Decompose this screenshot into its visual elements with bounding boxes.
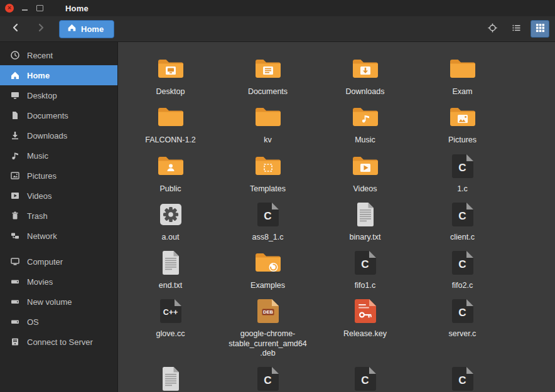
file-item[interactable] xyxy=(122,361,219,392)
sidebar-item-label: Network xyxy=(27,231,57,241)
sidebar-item-label: Trash xyxy=(27,211,48,221)
folder-icon xyxy=(350,151,380,181)
sidebar-item-computer[interactable]: Computer xyxy=(0,252,117,272)
sidebar-item-music[interactable]: Music xyxy=(0,146,117,166)
file-item[interactable]: C xyxy=(414,361,511,392)
file-label: Exam xyxy=(453,87,473,97)
file-item-end-txt[interactable]: end.txt xyxy=(122,245,219,290)
close-button[interactable]: × xyxy=(5,4,14,13)
recent-icon xyxy=(10,50,20,60)
file-label: 1.c xyxy=(457,184,468,194)
file-label: fifo2.c xyxy=(452,281,473,290)
folder-icon xyxy=(350,54,380,84)
file-item-desktop[interactable]: Desktop xyxy=(122,51,219,97)
list-view-button[interactable] xyxy=(507,20,525,38)
file-item-examples[interactable]: Examples xyxy=(219,245,316,290)
file-item-fifo1-c[interactable]: Cfifo1.c xyxy=(316,245,414,290)
sidebar-item-home[interactable]: Home xyxy=(0,65,117,85)
location-icon xyxy=(487,23,498,36)
folder-icon xyxy=(253,54,283,84)
home-icon xyxy=(10,70,20,80)
file-item-music[interactable]: Music xyxy=(316,99,414,145)
folder-icon xyxy=(156,102,186,132)
sidebar-item-connect-to-server[interactable]: Connect to Server xyxy=(0,332,117,352)
close-icon: × xyxy=(8,4,11,11)
sidebar-item-movies[interactable]: Movies xyxy=(0,272,117,292)
file-item-public[interactable]: Public xyxy=(122,148,219,194)
file-manager-window: × Home Home RecentHomeDesk xyxy=(0,0,555,392)
grid-view-button[interactable] xyxy=(531,20,549,38)
file-label: Music xyxy=(355,135,375,145)
svg-text:C: C xyxy=(361,374,369,386)
file-label: glove.cc xyxy=(156,329,185,339)
deb-package-icon: DEB xyxy=(253,296,283,326)
file-item[interactable]: C xyxy=(219,361,316,392)
sidebar-section-places: RecentHomeDesktopDocumentsDownloadsMusic… xyxy=(0,45,117,246)
file-label: Documents xyxy=(248,87,288,97)
file-item-templates[interactable]: Templates xyxy=(219,148,316,194)
file-item-pictures[interactable]: Pictures xyxy=(414,99,511,145)
file-item-downloads[interactable]: Downloads xyxy=(316,51,414,97)
minimize-button[interactable] xyxy=(20,4,29,13)
folder-icon xyxy=(253,102,283,132)
file-item-a-out[interactable]: a.out xyxy=(122,196,219,242)
c-source-icon: C xyxy=(253,364,283,392)
location-entry-button[interactable] xyxy=(483,20,502,38)
svg-text:DEB: DEB xyxy=(263,309,273,315)
file-item-1-c[interactable]: C1.c xyxy=(414,148,511,194)
folder-icon xyxy=(156,151,186,181)
sidebar-item-label: OS xyxy=(27,317,39,327)
sidebar-item-trash[interactable]: Trash xyxy=(0,206,117,226)
file-item-documents[interactable]: Documents xyxy=(219,51,316,97)
file-item-glove-cc[interactable]: C++glove.cc xyxy=(122,293,219,358)
sidebar-item-label: Recent xyxy=(27,51,53,60)
file-label: a.out xyxy=(162,233,180,242)
sidebar-item-documents[interactable]: Documents xyxy=(0,105,117,125)
file-item-client-c[interactable]: Cclient.c xyxy=(414,196,511,242)
list-view-icon xyxy=(512,23,521,35)
sidebar-item-label: Videos xyxy=(27,191,52,201)
trash-icon xyxy=(10,211,20,221)
c-source-icon: C xyxy=(448,296,478,326)
home-button[interactable]: Home xyxy=(59,20,114,38)
svg-text:C: C xyxy=(264,209,271,221)
file-label: Public xyxy=(159,184,181,194)
c-source-icon: C xyxy=(350,364,380,392)
file-item[interactable]: C xyxy=(316,361,414,392)
file-item-ass8-1-c[interactable]: Cass8_1.c xyxy=(219,196,316,242)
sidebar-item-recent[interactable]: Recent xyxy=(0,45,117,65)
sidebar-item-downloads[interactable]: Downloads xyxy=(0,125,117,146)
sidebar-item-desktop[interactable]: Desktop xyxy=(0,85,117,105)
toolbar: Home xyxy=(0,16,555,42)
file-label: Desktop xyxy=(156,87,185,97)
sidebar-item-pictures[interactable]: Pictures xyxy=(0,166,117,186)
drive-icon xyxy=(10,297,20,307)
file-label: server.c xyxy=(449,329,477,339)
file-item-binary-txt[interactable]: binary.txt xyxy=(316,196,414,242)
back-button[interactable] xyxy=(6,19,26,38)
window-title: Home xyxy=(65,4,89,13)
sidebar-item-network[interactable]: Network xyxy=(0,226,117,246)
sidebar-item-videos[interactable]: Videos xyxy=(0,186,117,206)
pictures-icon xyxy=(10,171,20,181)
file-item-kv[interactable]: kv xyxy=(219,99,316,145)
content-area: DesktopDocumentsDownloadsExamFALCONN-1.2… xyxy=(118,42,555,392)
file-item-release-key[interactable]: Release.key xyxy=(316,293,414,358)
key-icon xyxy=(350,296,380,326)
back-icon xyxy=(11,23,21,35)
file-label: google-chrome-stable_current_amd64.deb xyxy=(229,329,308,358)
forward-button[interactable] xyxy=(31,19,51,38)
file-item-videos[interactable]: Videos xyxy=(316,148,414,194)
sidebar-item-label: Pictures xyxy=(27,171,57,181)
sidebar-item-new-volume[interactable]: New volume xyxy=(0,292,117,312)
file-item-fifo2-c[interactable]: Cfifo2.c xyxy=(414,245,511,290)
file-item-server-c[interactable]: Cserver.c xyxy=(414,293,511,358)
minimize-icon xyxy=(22,9,28,11)
file-item-google-chrome-stable-current-amd64-deb[interactable]: DEBgoogle-chrome-stable_current_amd64.de… xyxy=(219,293,316,358)
file-item-falconn-1-2[interactable]: FALCONN-1.2 xyxy=(122,99,219,145)
window-body: RecentHomeDesktopDocumentsDownloadsMusic… xyxy=(0,42,555,392)
svg-text:C: C xyxy=(458,161,466,173)
file-item-exam[interactable]: Exam xyxy=(414,51,511,97)
sidebar-item-os[interactable]: OS xyxy=(0,312,117,332)
maximize-button[interactable] xyxy=(35,4,44,13)
